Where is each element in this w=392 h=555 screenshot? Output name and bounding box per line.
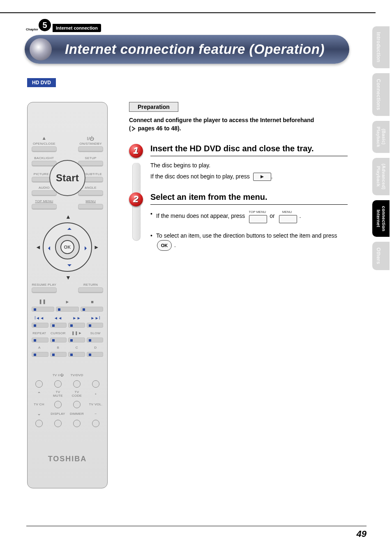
tv-code-button[interactable] xyxy=(73,401,81,408)
remote-d-button[interactable] xyxy=(87,352,104,357)
remote-pause-button[interactable] xyxy=(32,307,54,312)
step-2-badge: 2 xyxy=(129,192,143,206)
tv-ch-up-button[interactable] xyxy=(35,380,43,388)
remote-standby-label: ON/STANDBY xyxy=(78,142,103,146)
main-content: Preparation Connect and configure the pl… xyxy=(129,102,348,262)
tv-dvd-label: TV/DVD xyxy=(70,373,83,377)
remote-b-button[interactable] xyxy=(50,352,67,357)
remote-b-label: B xyxy=(51,346,66,349)
remote-backlight-label: BACKLIGHT xyxy=(32,156,57,160)
play-icon: ► xyxy=(57,299,78,304)
remote-ff-button[interactable] xyxy=(68,323,85,328)
remote-control: ▲OPEN/CLOSE I/⏻ON/STANDBY BACKLIGHT SETU… xyxy=(27,102,108,488)
remote-a-button[interactable] xyxy=(32,352,48,357)
remote-brand: TOSHIBA xyxy=(28,455,107,463)
skip-fwd-icon: ►►I xyxy=(88,316,104,320)
remote-cursor-button[interactable] xyxy=(50,338,67,342)
step-icon: ❚❚► xyxy=(69,331,85,335)
tv-ch-down-button[interactable] xyxy=(35,420,43,427)
remote-subtitle-button[interactable] xyxy=(84,177,103,183)
remote-backlight-button[interactable] xyxy=(32,161,57,166)
remote-left-button[interactable] xyxy=(46,246,50,250)
remote-menu-button[interactable] xyxy=(78,204,103,210)
page-title: Internet connection feature (Operation) xyxy=(44,42,325,57)
side-nav-tabs: Introduction Connections Playback(Basic)… xyxy=(372,26,390,270)
remote-picture-label: PICTURE xyxy=(32,172,51,176)
play-key-icon xyxy=(253,173,271,181)
step-2-text-2: To select an item, use the direction but… xyxy=(150,231,348,251)
tv-display-label: DISPLAY xyxy=(51,412,65,416)
preparation-heading: Preparation xyxy=(129,102,178,112)
remote-rewind-button[interactable] xyxy=(50,323,67,328)
remote-return-label: RETURN xyxy=(78,283,103,287)
chapter-label: Chapter xyxy=(26,28,38,31)
preparation-text-line2: ( pages 46 to 48). xyxy=(129,125,348,132)
remote-direction-pad[interactable]: OK ◄ ► ▲ ▼ xyxy=(43,222,92,272)
tv-vol-down-button[interactable] xyxy=(92,420,99,427)
tv-display-button[interactable] xyxy=(54,420,62,427)
tv-dvd-button[interactable] xyxy=(73,380,81,388)
remote-ok-button[interactable]: OK xyxy=(60,240,74,254)
remote-start-button[interactable]: Start xyxy=(49,160,85,196)
chapter-name: Internet connection xyxy=(53,24,101,32)
link-arrow-icon xyxy=(132,126,136,131)
menu-key-label: MENU xyxy=(282,210,292,215)
tab-internet-connection[interactable]: Internetconnection xyxy=(372,200,390,237)
remote-step-button[interactable] xyxy=(68,338,85,342)
tv-vol-up-button[interactable] xyxy=(92,380,99,388)
remote-down-button[interactable] xyxy=(67,264,71,268)
remote-right-button[interactable] xyxy=(85,246,89,250)
left-arrow-icon: ◄ xyxy=(35,244,41,250)
chapter-number: 5 xyxy=(39,19,51,31)
page-title-wrap: Internet connection feature (Operation) xyxy=(25,35,349,68)
tab-playback-advanced[interactable]: Playback(Advanced) xyxy=(372,158,390,195)
remote-up-button[interactable] xyxy=(67,226,71,230)
remote-resume-button[interactable] xyxy=(32,287,57,293)
remote-standby-button[interactable] xyxy=(78,146,103,152)
tab-playback-basic[interactable]: Playback(Basic) xyxy=(372,121,390,153)
skip-back-icon: I◄◄ xyxy=(32,316,47,320)
tv-mute-button[interactable] xyxy=(54,401,62,408)
step-2-text-1: If the menu does not appear, press TOP M… xyxy=(150,210,348,223)
remote-setup-label: SETUP xyxy=(78,156,103,160)
tab-connections[interactable]: Connections xyxy=(372,73,390,116)
step-1-text-1: The disc begins to play. xyxy=(150,161,348,170)
remote-skipback-button[interactable] xyxy=(32,323,48,328)
step-1-text-2: If the disc does not begin to play, pres… xyxy=(150,172,348,181)
remote-repeat-button[interactable] xyxy=(32,338,48,342)
tv-dimmer-button[interactable] xyxy=(73,420,81,427)
remote-open-close-button[interactable] xyxy=(32,146,57,152)
stop-icon: ■ xyxy=(81,299,103,304)
remote-c-label: C xyxy=(69,346,85,349)
menu-key-icon xyxy=(279,215,297,223)
chapter-separator: Chapter 5 Internet connection xyxy=(0,12,376,21)
tv-power-label: TV xyxy=(53,373,57,377)
ff-icon: ►► xyxy=(69,316,85,320)
step-1-badge: 1 xyxy=(129,144,143,158)
remote-return-button[interactable] xyxy=(78,287,103,293)
tab-others[interactable]: Others xyxy=(372,242,390,270)
remote-setup-button[interactable] xyxy=(78,161,103,166)
remote-a-label: A xyxy=(32,346,47,349)
tv-power-button[interactable] xyxy=(54,380,62,388)
page-title-pill: Internet connection feature (Operation) xyxy=(25,35,349,64)
remote-audio-button[interactable] xyxy=(32,190,57,196)
remote-skipfwd-button[interactable] xyxy=(87,323,104,328)
tv-dimmer-label: DIMMER xyxy=(70,412,84,416)
step-2-title: Select an item from the menu. xyxy=(150,192,348,205)
tab-introduction[interactable]: Introduction xyxy=(372,26,390,68)
remote-open-close-label: OPEN/CLOSE xyxy=(32,142,57,146)
rewind-icon: ◄◄ xyxy=(51,316,66,320)
right-arrow-icon: ► xyxy=(94,244,99,250)
remote-stop-button[interactable] xyxy=(81,307,103,312)
remote-slow-button[interactable] xyxy=(87,338,104,342)
topmenu-key-icon xyxy=(249,215,267,223)
preparation-text-line1: Connect and configure the player to acce… xyxy=(129,117,348,123)
remote-menu-label: MENU xyxy=(78,199,103,203)
remote-picture-button[interactable] xyxy=(32,177,51,183)
remote-play-button[interactable] xyxy=(56,307,78,312)
remote-topmenu-button[interactable] xyxy=(32,204,57,210)
remote-resume-label: RESUME PLAY xyxy=(32,283,57,287)
remote-c-button[interactable] xyxy=(68,352,85,357)
remote-angle-button[interactable] xyxy=(78,190,103,196)
